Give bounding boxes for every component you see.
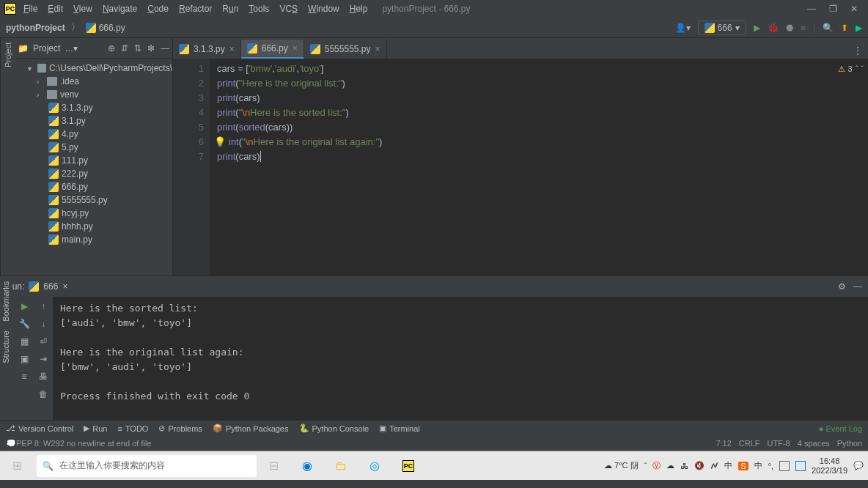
status-interpreter[interactable]: Python <box>837 439 862 448</box>
up-icon[interactable]: ↑ <box>41 301 45 311</box>
tool-todo[interactable]: ≡ TODO <box>117 424 148 433</box>
status-indent[interactable]: 4 spaces <box>798 439 830 448</box>
tool-terminal[interactable]: ▣ Terminal <box>379 424 420 433</box>
menu-window[interactable]: Window <box>304 2 344 15</box>
menu-code[interactable]: Code <box>143 2 173 15</box>
pin-icon[interactable]: ▣ <box>21 354 29 364</box>
tray-clock[interactable]: 16:482022/3/19 <box>812 456 847 476</box>
layout-icon[interactable]: ▦ <box>21 336 29 347</box>
maximize-icon[interactable]: ❐ <box>829 4 837 14</box>
wrap-icon[interactable]: ⏎ <box>40 336 47 347</box>
menu-help[interactable]: Help <box>345 2 372 15</box>
breadcrumb-file[interactable]: 666.py <box>86 23 125 33</box>
menu-vcs[interactable]: VCS <box>275 2 302 15</box>
user-icon[interactable]: 👤▾ <box>675 23 691 33</box>
breadcrumb-project[interactable]: pythonProject <box>6 23 65 33</box>
gear-icon[interactable]: ⚙ <box>838 281 846 292</box>
weather-widget[interactable]: ☁ 7°C 阴 <box>604 460 639 471</box>
tool-problems[interactable]: ⊘ Problems <box>158 424 202 433</box>
close-icon[interactable]: ✕ <box>850 4 858 14</box>
tools-icon[interactable]: 🔧 <box>19 319 30 329</box>
editor-tab[interactable]: 5555555.py× <box>304 40 387 59</box>
menu-edit[interactable]: Edit <box>43 2 67 15</box>
tree-file[interactable]: hhhh.py <box>15 220 172 233</box>
pycharm-taskbar-icon[interactable]: PC <box>391 451 425 481</box>
view-mode-dropdown[interactable]: …▾ <box>65 43 78 53</box>
tray-notification-icon[interactable]: 💬 <box>853 461 864 470</box>
minimize-icon[interactable]: — <box>807 4 816 14</box>
tree-folder-idea[interactable]: ›.idea <box>15 75 172 88</box>
search-icon[interactable]: 🔍 <box>823 23 834 33</box>
menu-navigate[interactable]: Navigate <box>98 2 141 15</box>
more-icon[interactable]: ≡ <box>21 371 26 382</box>
tray-network-icon[interactable]: 🖧 <box>680 462 688 470</box>
editor-more-icon[interactable]: ⋮ <box>847 42 868 59</box>
tree-file[interactable]: 111.py <box>15 154 172 167</box>
project-tool-button[interactable]: Project <box>4 42 12 67</box>
tree-file[interactable]: hcyj.py <box>15 207 172 220</box>
tray-sogou-icon[interactable]: S <box>738 462 748 470</box>
inspection-badge[interactable]: ⚠3 ˆ ˇ <box>838 62 864 76</box>
editor-tab[interactable]: 3.1.3.py× <box>173 40 241 59</box>
tree-file[interactable]: 3.1.3.py <box>15 101 172 114</box>
tree-file[interactable]: 5.py <box>15 141 172 154</box>
menu-file[interactable]: File <box>19 2 42 15</box>
explorer-icon[interactable]: 🗀 <box>324 451 358 481</box>
close-tab-icon[interactable]: × <box>293 43 298 53</box>
collapse-icon[interactable]: ⇅ <box>134 43 141 53</box>
menu-view[interactable]: View <box>69 2 97 15</box>
tray-punct-icon[interactable]: °, <box>768 462 773 470</box>
menu-run[interactable]: Run <box>218 2 243 15</box>
structure-tool-button[interactable]: Structure <box>1 330 10 363</box>
tray-kb-icon[interactable] <box>779 461 790 471</box>
tree-file[interactable]: main.py <box>15 233 172 246</box>
down-icon[interactable]: ↓ <box>41 319 45 329</box>
intention-bulb-icon[interactable]: 💡 <box>214 136 226 147</box>
tool-run[interactable]: ▶ Run <box>84 424 107 433</box>
tree-file[interactable]: 5555555.py <box>15 193 172 207</box>
close-tab-icon[interactable]: × <box>375 44 380 54</box>
settings-icon[interactable]: ✻ <box>147 43 155 53</box>
run-output[interactable]: Here is the sorted list: ['audi', 'bmw',… <box>53 297 868 420</box>
task-view-icon[interactable]: ⊟ <box>257 451 290 481</box>
run-button[interactable]: ▶ <box>754 23 760 33</box>
stop-button[interactable]: ■ <box>801 23 806 33</box>
edge-icon[interactable]: ◉ <box>290 451 324 481</box>
scroll-icon[interactable]: ⇥ <box>40 354 47 364</box>
windows-search[interactable]: 🔍 在这里输入你要搜索的内容 <box>37 455 257 477</box>
debug-button[interactable]: 🐞 <box>768 23 779 33</box>
tray-grid-icon[interactable] <box>795 461 806 471</box>
hide-panel-icon[interactable]: — <box>853 281 862 292</box>
select-target-icon[interactable]: ⊕ <box>108 43 115 53</box>
print-icon[interactable]: 🖶 <box>39 371 48 382</box>
tool-python-console[interactable]: 🐍 Python Console <box>299 424 369 433</box>
rerun-icon[interactable]: ▶ <box>21 301 28 311</box>
status-encoding[interactable]: UTF-8 <box>768 439 790 448</box>
hide-icon[interactable]: — <box>161 43 169 53</box>
app-icon[interactable]: ◎ <box>358 451 391 481</box>
expand-all-icon[interactable]: ⇵ <box>121 43 128 53</box>
tray-volume-icon[interactable]: 🔇 <box>694 461 705 470</box>
menu-tools[interactable]: Tools <box>244 2 273 15</box>
tree-file[interactable]: 4.py <box>15 127 172 141</box>
tool-version-control[interactable]: ⎇ Version Control <box>6 424 73 433</box>
trash-icon[interactable]: 🗑 <box>39 389 48 399</box>
tree-folder-venv[interactable]: ›venv <box>15 88 172 101</box>
windows-start-button[interactable]: ⊞ <box>0 451 34 481</box>
status-line-ending[interactable]: CRLF <box>739 439 760 448</box>
tray-ime-icon[interactable]: 中 <box>724 460 732 471</box>
tool-python-packages[interactable]: 📦 Python Packages <box>213 424 289 433</box>
coverage-button[interactable]: ⬣ <box>786 23 793 33</box>
event-log[interactable]: ● Event Log <box>819 424 862 433</box>
tree-file[interactable]: 222.py <box>15 167 172 180</box>
status-position[interactable]: 7:12 <box>716 439 731 448</box>
close-run-tab-icon[interactable]: × <box>62 281 67 292</box>
tray-ime2-icon[interactable]: 中 <box>754 460 762 471</box>
close-tab-icon[interactable]: × <box>229 44 235 54</box>
update-icon[interactable]: ⬆ <box>841 23 848 33</box>
run-config-select[interactable]: 666 ▾ <box>698 21 746 35</box>
bookmarks-tool-button[interactable]: Bookmarks <box>1 281 10 322</box>
ide-icon[interactable]: ▶ <box>856 23 862 33</box>
code-editor[interactable]: cars = ['bmw','audi','toyo']print("Here … <box>210 59 868 276</box>
menu-refactor[interactable]: Refactor <box>174 2 216 15</box>
